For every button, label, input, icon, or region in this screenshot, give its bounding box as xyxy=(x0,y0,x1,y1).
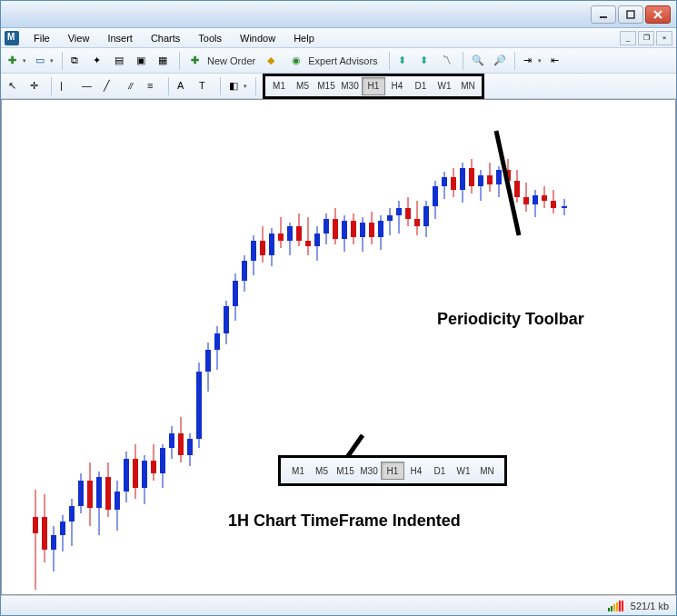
market-watch-button[interactable]: ⧉ xyxy=(67,51,87,71)
market-watch-icon: ⧉ xyxy=(71,55,84,67)
svg-rect-49 xyxy=(233,281,238,306)
svg-rect-71 xyxy=(333,219,338,239)
shapes-button[interactable]: ◧ xyxy=(225,76,251,96)
timeframe-m5-button[interactable]: M5 xyxy=(291,77,314,95)
zoom-out-button[interactable]: 🔎 xyxy=(490,51,510,71)
chart-area[interactable]: Periodicity Toolbar M1M5M15M30H1H4D1W1MN… xyxy=(1,99,676,595)
svg-rect-35 xyxy=(169,433,174,448)
svg-rect-115 xyxy=(533,195,538,204)
svg-rect-17 xyxy=(87,481,93,508)
bar-chart-button[interactable]: ⬍ xyxy=(394,51,414,71)
zoom-out-icon: 🔎 xyxy=(493,55,506,67)
app-icon xyxy=(5,31,19,45)
expert-icon: ◉ xyxy=(292,55,304,67)
candle-chart-button[interactable]: ⬍ xyxy=(416,51,436,71)
expert-advisors-button[interactable]: ◉Expert Advisors xyxy=(285,51,383,71)
new-order-button[interactable]: ✚New Order xyxy=(184,51,262,71)
window-close-button[interactable] xyxy=(645,5,671,24)
mdi-minimize-button[interactable]: _ xyxy=(620,31,636,45)
navigator-button[interactable]: ✦ xyxy=(89,51,109,71)
metaeditor-button[interactable]: ◆ xyxy=(264,51,284,71)
vertical-line-button[interactable]: | xyxy=(56,76,76,96)
cursor-icon: ↖ xyxy=(8,80,21,93)
svg-rect-55 xyxy=(260,241,265,255)
timeframe-m30-button[interactable]: M30 xyxy=(338,77,362,95)
timeframe-h1-button[interactable]: H1 xyxy=(381,462,404,480)
separator xyxy=(389,52,390,70)
svg-rect-15 xyxy=(78,481,84,506)
annotation-periodicity-box: M1M5M15M30H1H4D1W1MN xyxy=(278,455,507,486)
timeframe-m30-button[interactable]: M30 xyxy=(357,462,381,480)
strategy-tester-button[interactable]: ▦ xyxy=(154,51,174,71)
svg-rect-1 xyxy=(627,11,634,18)
svg-rect-11 xyxy=(60,522,65,535)
timeframe-m15-button[interactable]: M15 xyxy=(334,462,357,480)
timeframe-m1-button[interactable]: M1 xyxy=(267,77,291,95)
svg-rect-101 xyxy=(469,168,474,186)
cursor-button[interactable]: ↖ xyxy=(5,76,25,96)
zoom-in-button[interactable]: 🔍 xyxy=(468,51,488,71)
separator xyxy=(62,52,63,70)
svg-rect-109 xyxy=(505,170,511,181)
horizontal-line-button[interactable]: — xyxy=(78,76,98,96)
svg-rect-77 xyxy=(360,223,365,237)
timeframe-mn-button[interactable]: MN xyxy=(475,462,499,480)
menu-window[interactable]: Window xyxy=(231,30,284,46)
toolbar-standard: ✚ ▭ ⧉ ✦ ▤ ▣ ▦ ✚New Order ◆ ◉Expert Advis… xyxy=(1,48,676,74)
window-minimize-button[interactable] xyxy=(591,5,616,24)
chart-shift-button[interactable]: ⇤ xyxy=(547,51,567,71)
data-window-button[interactable]: ▤ xyxy=(111,51,131,71)
svg-rect-43 xyxy=(205,350,211,372)
line-chart-button[interactable]: 〽 xyxy=(438,51,458,71)
terminal-button[interactable]: ▣ xyxy=(133,51,153,71)
svg-rect-83 xyxy=(387,215,393,221)
timeframe-d1-button[interactable]: D1 xyxy=(409,77,433,95)
menu-charts[interactable]: Charts xyxy=(142,30,189,46)
svg-rect-33 xyxy=(160,448,165,473)
trendline-button[interactable]: ╱ xyxy=(100,76,120,96)
menu-view[interactable]: View xyxy=(59,30,99,46)
timeframe-h4-button[interactable]: H4 xyxy=(385,77,409,95)
annotation-label-indented: 1H Chart TimeFrame Indented xyxy=(228,512,461,531)
vline-icon: | xyxy=(60,80,73,93)
timeframe-mn-button[interactable]: MN xyxy=(456,77,480,95)
text-button[interactable]: A xyxy=(174,76,194,96)
fibonacci-button[interactable]: ≡ xyxy=(144,76,164,96)
svg-rect-105 xyxy=(487,175,493,184)
svg-rect-47 xyxy=(224,306,229,333)
svg-rect-67 xyxy=(314,233,320,246)
profiles-button[interactable]: ▭ xyxy=(32,51,57,71)
timeframe-h4-button[interactable]: H4 xyxy=(404,462,428,480)
window-maximize-button[interactable] xyxy=(618,5,643,24)
text-icon: A xyxy=(177,80,190,93)
timeframe-w1-button[interactable]: W1 xyxy=(452,462,475,480)
svg-rect-89 xyxy=(414,219,420,226)
tester-icon: ▦ xyxy=(158,55,171,67)
menu-file[interactable]: File xyxy=(25,30,59,46)
mdi-close-button[interactable]: × xyxy=(656,31,672,45)
menu-insert[interactable]: Insert xyxy=(98,30,142,46)
menu-tools[interactable]: Tools xyxy=(189,30,231,46)
auto-scroll-button[interactable]: ⇥ xyxy=(520,51,545,71)
expert-advisors-label: Expert Advisors xyxy=(308,55,377,66)
plus-icon: ✚ xyxy=(8,55,21,67)
new-chart-button[interactable]: ✚ xyxy=(5,51,30,71)
svg-rect-39 xyxy=(187,439,193,455)
editor-icon: ◆ xyxy=(267,55,280,67)
timeframe-m1-button[interactable]: M1 xyxy=(286,462,310,480)
svg-rect-5 xyxy=(33,517,38,533)
crosshair-button[interactable]: ✛ xyxy=(26,76,46,96)
svg-rect-9 xyxy=(51,535,56,550)
menu-help[interactable]: Help xyxy=(284,30,324,46)
timeframe-d1-button[interactable]: D1 xyxy=(428,462,452,480)
trend-icon: ╱ xyxy=(104,80,116,93)
timeframe-h1-button[interactable]: H1 xyxy=(362,77,385,95)
label-button[interactable]: T xyxy=(195,76,215,96)
svg-rect-21 xyxy=(105,477,111,510)
svg-rect-59 xyxy=(278,233,284,241)
timeframe-w1-button[interactable]: W1 xyxy=(433,77,456,95)
channel-button[interactable]: ⫽ xyxy=(122,76,142,96)
mdi-restore-button[interactable]: ❐ xyxy=(638,31,654,45)
timeframe-m5-button[interactable]: M5 xyxy=(310,462,334,480)
timeframe-m15-button[interactable]: M15 xyxy=(314,77,338,95)
